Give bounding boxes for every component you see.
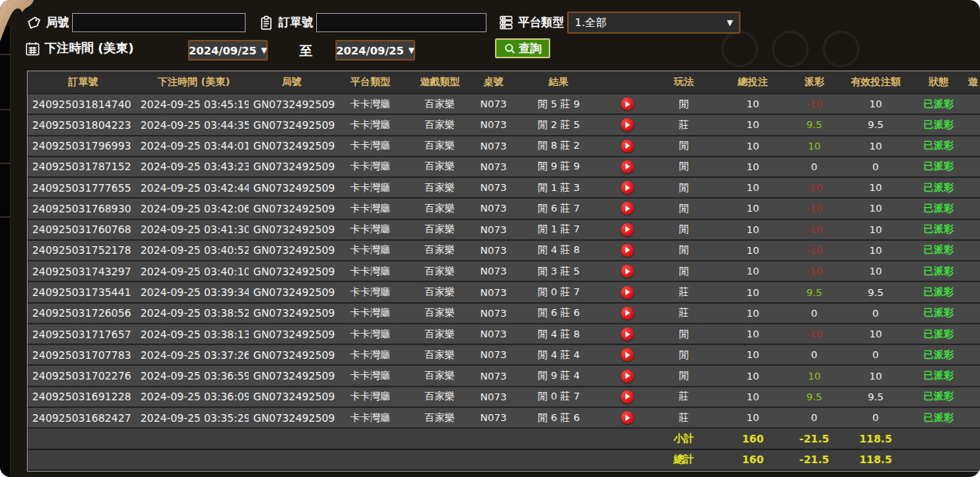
cell-extra [966,303,980,324]
cell-game-no: GN0732492509A [249,198,335,219]
search-button[interactable]: 查詢 [495,38,550,58]
play-icon[interactable] [621,348,634,361]
order-no-label: 訂單號 [279,15,313,30]
cell-game-no: GN07324925093 [249,344,335,365]
cell-total-bet: 10 [718,281,788,302]
game-no-label: 局號 [46,15,69,30]
cell-table-no: N073 [474,407,513,428]
cell-total-bet: 10 [718,261,788,281]
platform-select[interactable]: 1.全部 ▼ [567,12,741,34]
table-row: 2409250317969932024-09-25 03:44:01GN0732… [28,136,980,156]
cell-play-type: 閒 [650,177,718,198]
cell-platform: 卡卡灣廳 [335,303,406,324]
cell-result: 閒 1 莊 7 [513,219,604,240]
cell-extra [966,156,980,177]
play-icon[interactable] [621,307,634,320]
cell-order: 240925031691228 [28,387,139,407]
cell-platform: 卡卡灣廳 [335,387,406,407]
cell-total-bet: 10 [718,114,788,135]
table-row: 2409250317871522024-09-25 03:43:23GN0732… [28,156,980,177]
cell-result: 閒 3 莊 5 [513,261,604,281]
cell-empty [911,428,966,449]
game-no-input[interactable] [72,13,246,32]
subtotal-row-total-bet: 160 [718,428,788,449]
cell-total-bet: 10 [718,303,788,324]
cell-table-no: N073 [474,365,513,386]
play-icon[interactable] [621,244,634,257]
play-icon[interactable] [621,160,634,173]
cell-valid-bet: 10 [840,198,911,219]
cell-valid-bet: 10 [840,324,911,344]
cell-order: 240925031717657 [28,324,139,344]
cell-platform: 卡卡灣廳 [335,94,406,114]
cell-table-no: N073 [474,136,513,156]
play-icon[interactable] [621,97,634,110]
cell-replay [604,281,650,302]
cell-bet-time: 2024-09-25 03:45:19 [139,94,249,114]
order-no-input[interactable] [316,13,487,32]
cell-game-type: 百家樂 [406,94,474,114]
cell-payout: -10 [788,198,840,219]
play-triangle [625,393,630,400]
play-icon[interactable] [621,202,634,215]
to-label: 至 [299,42,312,60]
cell-extra [966,324,980,344]
cell-result: 閒 8 莊 2 [513,136,604,156]
play-icon[interactable] [621,370,634,383]
cell-game-type: 百家樂 [406,344,474,365]
cell-platform: 卡卡灣廳 [335,344,406,365]
cell-order: 240925031777655 [28,177,139,198]
cell-order: 240925031814740 [28,94,139,114]
date-from-picker[interactable]: 2024/09/25 ▼ [188,40,268,61]
play-icon[interactable] [621,140,634,153]
cell-total-bet: 10 [718,240,788,261]
cell-total-bet: 10 [718,407,788,428]
play-icon[interactable] [621,327,634,340]
cell-game-no: GN07324925095 [249,303,335,324]
cell-payout: 0 [788,344,840,365]
cell-status: 已派彩 [911,407,966,428]
cell-table-no: N073 [474,156,513,177]
cell-result: 閒 4 莊 8 [513,324,604,344]
cell-replay [604,387,650,407]
cell-platform: 卡卡灣廳 [335,240,406,261]
cell-platform: 卡卡灣廳 [335,114,406,135]
play-icon[interactable] [621,118,634,131]
table-row: 2409250317607682024-09-25 03:41:30GN0732… [28,219,980,240]
cell-table-no: N073 [474,240,513,261]
cell-replay [604,324,650,344]
cell-valid-bet: 10 [840,219,911,240]
cell-game-no: GN0732492509D [249,136,335,156]
cell-game-type: 百家樂 [406,198,474,219]
cell-table-no: N073 [474,261,513,281]
play-icon[interactable] [621,286,634,299]
bet-time-filter: 下注時間 (美東) [24,40,137,57]
cell-total-bet: 10 [718,365,788,386]
cell-game-no: GN07324925090 [249,407,335,428]
cell-status: 已派彩 [911,136,966,156]
play-icon[interactable] [621,265,634,278]
play-icon[interactable] [621,223,634,236]
play-icon[interactable] [621,181,634,194]
date-to-picker[interactable]: 2024/09/25 ▼ [335,40,415,61]
cell-empty [28,449,650,470]
cell-play-type: 閒 [650,156,718,177]
play-icon[interactable] [621,411,634,424]
cell-payout: -10 [788,324,840,344]
cell-extra [966,94,980,114]
date-to-group: 2024/09/25 ▼ [335,40,415,61]
filter-bar: 局號 訂單號 [0,0,980,71]
cell-game-no: GN07324925099 [249,219,335,240]
cell-extra [966,136,980,156]
cell-order: 240925031752178 [28,240,139,261]
cell-valid-bet: 0 [840,407,911,428]
cell-order: 240925031682427 [28,407,139,428]
cell-status: 已派彩 [911,281,966,302]
cell-status: 已派彩 [911,303,966,324]
bet-time-label: 下注時間 (美東) [45,41,134,57]
cell-table-no: N073 [474,198,513,219]
cell-replay [604,94,650,114]
cell-valid-bet: 9.5 [840,387,911,407]
cell-table-no: N073 [474,281,513,302]
play-icon[interactable] [621,390,634,403]
